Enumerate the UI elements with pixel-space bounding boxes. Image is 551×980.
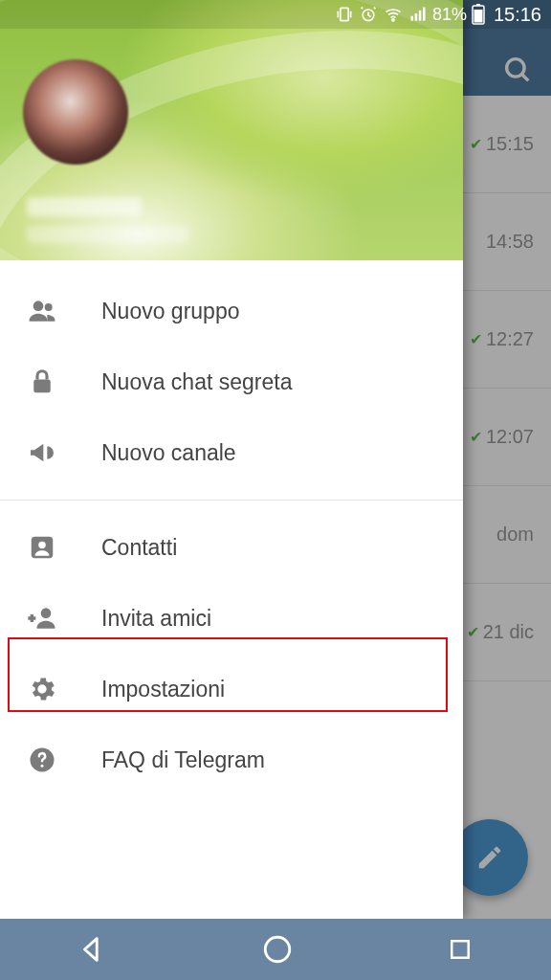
battery-percent: 81% [432, 5, 467, 25]
svg-rect-21 [474, 10, 482, 23]
menu-label: Contatti [101, 535, 177, 561]
group-icon [25, 296, 59, 326]
wifi-icon [383, 5, 404, 24]
profile-info [27, 197, 189, 243]
svg-point-9 [41, 765, 44, 768]
alarm-icon [359, 5, 378, 24]
contact-icon [25, 533, 59, 562]
svg-rect-10 [341, 8, 348, 20]
navigation-drawer: Nuovo gruppo Nuova chat segreta Nuovo ca… [0, 0, 463, 919]
gear-icon [25, 674, 59, 704]
svg-point-14 [392, 19, 394, 21]
menu-label: Impostazioni [101, 677, 225, 702]
svg-rect-4 [33, 380, 51, 393]
menu-item-new-group[interactable]: Nuovo gruppo [0, 276, 463, 346]
megaphone-icon [25, 437, 59, 468]
svg-rect-20 [476, 4, 480, 6]
home-button[interactable] [261, 933, 294, 966]
avatar[interactable] [23, 59, 128, 165]
menu-item-secret-chat[interactable]: Nuova chat segreta [0, 346, 463, 417]
svg-point-7 [41, 608, 52, 618]
screen: ✔15:15 14:58 ✔12:27 ✔12:07 dom ✔21 dic N… [0, 0, 551, 980]
svg-rect-17 [419, 11, 422, 21]
profile-name-blurred [27, 197, 142, 216]
drawer-menu: Nuovo gruppo Nuova chat segreta Nuovo ca… [0, 260, 463, 795]
svg-rect-15 [410, 16, 413, 21]
profile-phone-blurred [27, 226, 189, 243]
svg-point-2 [33, 301, 44, 311]
menu-divider [0, 500, 463, 501]
menu-item-new-channel[interactable]: Nuovo canale [0, 417, 463, 488]
drawer-header [0, 0, 463, 260]
lock-icon [25, 368, 59, 396]
menu-label: Invita amici [101, 606, 211, 632]
invite-icon [25, 603, 59, 634]
menu-label: Nuova chat segreta [101, 369, 292, 395]
svg-point-6 [38, 542, 46, 549]
svg-point-3 [45, 303, 53, 311]
menu-label: Nuovo gruppo [101, 299, 240, 324]
menu-item-contacts[interactable]: Contatti [0, 512, 463, 583]
svg-rect-23 [452, 941, 470, 958]
svg-rect-18 [423, 8, 426, 21]
system-nav-bar [0, 919, 551, 980]
menu-label: Nuovo canale [101, 440, 236, 466]
menu-item-settings[interactable]: Impostazioni [0, 654, 463, 724]
status-bar: 81% 15:16 [0, 0, 551, 29]
menu-item-faq[interactable]: FAQ di Telegram [0, 724, 463, 795]
recents-button[interactable] [446, 935, 474, 964]
signal-icon [408, 5, 428, 24]
help-icon [25, 746, 59, 774]
clock: 15:16 [494, 4, 541, 26]
menu-item-invite[interactable]: Invita amici [0, 583, 463, 654]
menu-label: FAQ di Telegram [101, 747, 265, 773]
svg-point-22 [265, 937, 290, 962]
vibrate-icon [335, 5, 354, 24]
svg-rect-16 [415, 13, 418, 20]
back-button[interactable] [77, 933, 109, 966]
battery-icon [472, 4, 485, 25]
